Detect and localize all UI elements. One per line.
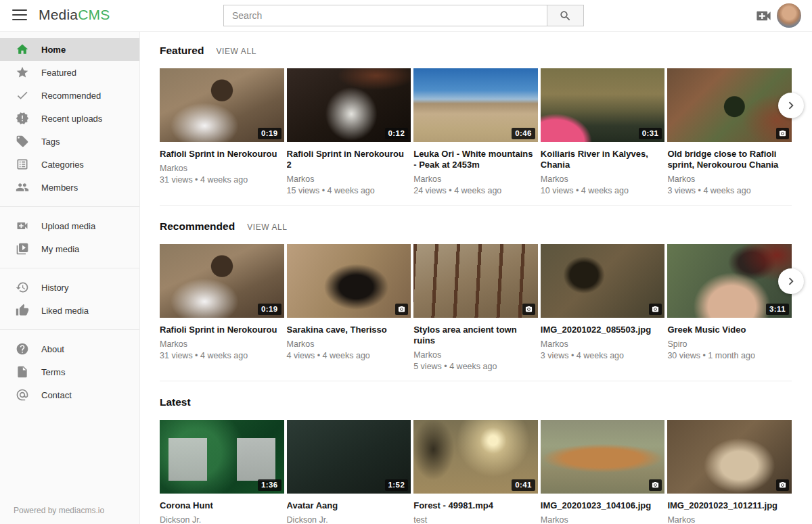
sidebar-item-categories[interactable]: Categories (0, 153, 139, 176)
sidebar-item-contact[interactable]: Contact (0, 383, 139, 406)
carousel-next-button[interactable] (778, 268, 804, 294)
media-card-row: 0:19 Rafioli Sprint in Nerokourou Markos… (160, 68, 792, 195)
media-title[interactable]: Rafioli Sprint in Nerokourou (160, 149, 284, 160)
media-author[interactable]: Markos (287, 174, 411, 184)
sidebar-item-label: My media (41, 244, 79, 254)
media-author[interactable]: Markos (541, 174, 665, 184)
media-title[interactable]: Greek Music Video (667, 325, 792, 335)
camera-icon (652, 481, 659, 489)
media-author[interactable]: Markos (160, 339, 284, 349)
media-card[interactable]: 1:36 Corona Hunt Dickson Jr. 6 views • 4… (160, 420, 284, 524)
media-card[interactable]: IMG_20201022_085503.jpg Markos 3 views •… (541, 244, 665, 371)
sidebar-item-featured[interactable]: Featured (0, 61, 139, 84)
media-title[interactable]: Old bridge close to Rafioli sprint, Nero… (667, 149, 792, 170)
media-author[interactable]: Markos (667, 515, 792, 524)
media-author[interactable]: Markos (160, 164, 284, 173)
media-card[interactable]: Old bridge close to Rafioli sprint, Nero… (667, 68, 792, 195)
media-card[interactable]: 0:19 Rafioli Sprint in Nerokourou Markos… (160, 68, 284, 195)
media-thumbnail[interactable]: 0:12 (287, 68, 411, 142)
sidebar-item-label: Terms (41, 367, 65, 377)
media-thumbnail[interactable] (667, 420, 792, 494)
sidebar-item-terms[interactable]: Terms (0, 360, 139, 383)
media-title[interactable]: Leuka Ori - White mountains - Peak at 24… (413, 149, 538, 170)
media-title[interactable]: IMG_20201023_104106.jpg (541, 500, 665, 511)
media-thumbnail[interactable] (667, 68, 792, 142)
media-card[interactable]: 0:46 Leuka Ori - White mountains - Peak … (413, 68, 538, 195)
search-button[interactable] (547, 5, 584, 26)
media-thumbnail[interactable]: 0:46 (413, 68, 538, 142)
sidebar-item-upload-media[interactable]: Upload media (0, 214, 139, 237)
media-thumbnail[interactable] (287, 244, 411, 318)
media-title[interactable]: Koiliaris River in Kalyves, Chania (541, 149, 665, 170)
sidebar-item-recommended[interactable]: Recommended (0, 84, 139, 107)
media-card[interactable]: 0:12 Rafioli Sprint in Nerokourou 2 Mark… (287, 68, 411, 195)
search-input[interactable] (223, 5, 547, 26)
media-title[interactable]: IMG_20201022_085503.jpg (541, 325, 665, 335)
upload-media-button[interactable] (754, 7, 773, 25)
media-title[interactable]: Sarakina cave, Therisso (287, 325, 411, 335)
media-author[interactable]: Markos (541, 515, 665, 524)
app-logo[interactable]: MediaCMS (39, 7, 110, 23)
carousel-next-button[interactable] (778, 93, 804, 118)
search-bar (223, 5, 584, 26)
sidebar-item-label: Home (41, 45, 66, 55)
sidebar-item-label: Contact (41, 390, 72, 400)
media-author[interactable]: Markos (413, 350, 538, 360)
media-author[interactable]: Markos (413, 174, 538, 184)
chevron-right-icon (784, 98, 798, 113)
media-card[interactable]: IMG_20201023_101211.jpg Markos 4 views •… (667, 420, 792, 524)
sidebar-item-home[interactable]: Home (0, 38, 139, 61)
media-title[interactable]: Corona Hunt (160, 500, 284, 511)
media-thumbnail[interactable]: 0:31 (541, 68, 665, 142)
section-latest: Latest 1:36 Corona Hunt Dickson Jr. 6 vi… (160, 381, 792, 524)
image-type-badge (776, 479, 789, 491)
sidebar-item-history[interactable]: History (0, 276, 139, 299)
sidebar-item-members[interactable]: Members (0, 176, 139, 199)
media-card[interactable]: Stylos area ancient town ruins Markos 5 … (413, 244, 538, 371)
media-card[interactable]: 0:31 Koiliaris River in Kalyves, Chania … (541, 68, 665, 195)
media-card[interactable]: 0:19 Rafioli Sprint in Nerokourou Markos… (160, 244, 284, 371)
media-card-row: 0:19 Rafioli Sprint in Nerokourou Markos… (160, 244, 792, 371)
media-title[interactable]: Rafioli Sprint in Nerokourou 2 (287, 149, 411, 170)
media-author[interactable]: Markos (541, 339, 665, 349)
sidebar-item-label: History (41, 283, 68, 293)
media-thumbnail[interactable]: 1:36 (160, 420, 284, 494)
media-thumbnail[interactable]: 0:19 (160, 244, 284, 318)
media-thumbnail[interactable]: 1:52 (287, 420, 411, 494)
media-author[interactable]: Dickson Jr. (160, 515, 284, 524)
media-title[interactable]: Rafioli Sprint in Nerokourou (160, 325, 284, 335)
media-title[interactable]: Stylos area ancient town ruins (413, 325, 538, 346)
media-title[interactable]: Avatar Aang (287, 500, 411, 511)
media-thumbnail[interactable] (541, 244, 665, 318)
media-card[interactable]: 1:52 Avatar Aang Dickson Jr. 12 views • … (287, 420, 411, 524)
media-thumbnail[interactable]: 0:41 (413, 420, 538, 494)
sidebar-item-about[interactable]: About (0, 337, 139, 360)
media-author[interactable]: Spiro (667, 339, 792, 349)
view-all-link[interactable]: VIEW ALL (247, 222, 288, 232)
media-card[interactable]: 3:11 Greek Music Video Spiro 30 views • … (667, 244, 792, 371)
media-card[interactable]: IMG_20201023_104106.jpg Markos 4 views •… (541, 420, 665, 524)
media-thumbnail[interactable] (413, 244, 538, 318)
media-author[interactable]: Dickson Jr. (287, 515, 411, 524)
media-author[interactable]: Markos (287, 339, 411, 349)
media-card[interactable]: 0:41 Forest - 49981.mp4 test 17 views • … (413, 420, 538, 524)
user-avatar[interactable] (777, 3, 801, 28)
media-title[interactable]: IMG_20201023_101211.jpg (667, 500, 792, 511)
media-thumbnail[interactable] (541, 420, 665, 494)
sidebar-item-liked-media[interactable]: Liked media (0, 299, 139, 322)
media-thumbnail[interactable]: 3:11 (667, 244, 792, 318)
sidebar-item-my-media[interactable]: My media (0, 237, 139, 260)
media-meta: 24 views • 4 weeks ago (413, 186, 538, 195)
video-call-icon (16, 219, 29, 233)
menu-icon[interactable] (12, 9, 27, 20)
media-card[interactable]: Sarakina cave, Therisso Markos 4 views •… (287, 244, 411, 371)
media-thumbnail[interactable]: 0:19 (160, 68, 284, 142)
view-all-link[interactable]: VIEW ALL (216, 47, 256, 56)
sidebar-item-tags[interactable]: Tags (0, 130, 139, 153)
media-author[interactable]: test (413, 515, 538, 524)
sidebar-item-label: Liked media (41, 306, 89, 316)
sidebar-item-label: About (41, 344, 64, 354)
media-title[interactable]: Forest - 49981.mp4 (413, 500, 538, 511)
media-author[interactable]: Markos (667, 174, 792, 184)
sidebar-item-recent-uploads[interactable]: Recent uploads (0, 107, 139, 130)
